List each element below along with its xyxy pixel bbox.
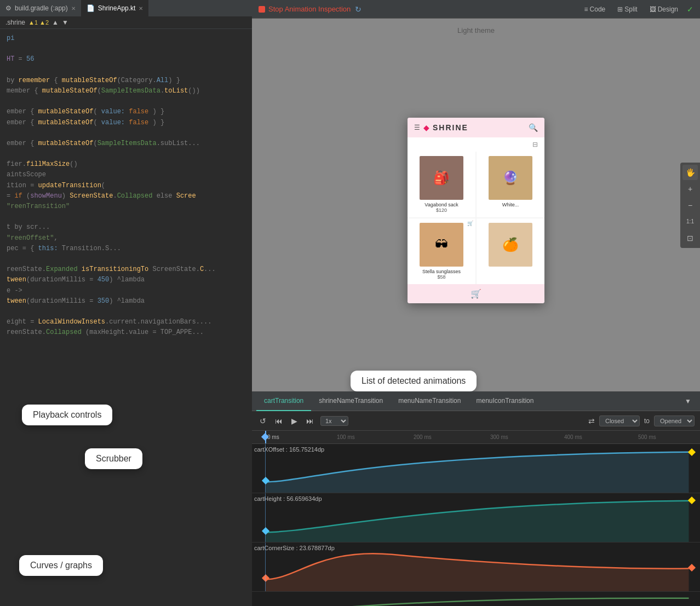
- play-button[interactable]: ▶: [289, 415, 300, 426]
- code-line: tween(durationMillis = 350) ^lambda: [0, 296, 252, 307]
- more-tabs-button[interactable]: ▼: [680, 397, 696, 405]
- track-cart-x-offset: cartXOffset : 165.75214dp: [252, 444, 700, 493]
- tab-gradle[interactable]: ⚙ build.gradle (:app) ✕: [0, 0, 81, 16]
- track-3-playhead: [265, 542, 266, 591]
- reset-zoom-button[interactable]: 1:1: [682, 214, 698, 229]
- timeline-area[interactable]: 0 ms 100 ms 200 ms 300 ms 400 ms 500 ms …: [252, 431, 700, 606]
- tab-menu-icon-transition[interactable]: menuIconTransition: [468, 391, 541, 411]
- track-1-curve: [252, 444, 700, 493]
- theme-label: Light theme: [457, 26, 495, 34]
- zoom-out-button[interactable]: −: [682, 198, 698, 213]
- toolbar-right: ≡ Code ⊞ Split 🖼 Design ✓: [581, 4, 693, 14]
- breadcrumb-text: .shrine: [5, 19, 25, 26]
- split-icon: ⊞: [617, 5, 623, 13]
- toolbar-left: Stop Animation Inspection ↻: [259, 5, 362, 14]
- time-300ms: 300 ms: [490, 434, 508, 440]
- product-2: 🛒 🕶 Stella sunglasses $58: [408, 218, 475, 284]
- code-line: ember { mutableStateOf( value: false ) }: [0, 107, 252, 117]
- tab-shrine-app[interactable]: 📄 ShrineApp.kt ✕: [81, 0, 149, 16]
- track-2-playhead: [265, 493, 266, 542]
- split-label: Split: [624, 5, 637, 13]
- code-line: eight = LocalWindowInsets.current.naviga…: [0, 317, 252, 327]
- track-4-curve: [252, 592, 700, 606]
- warning-badge: ▲1 ▲2: [28, 19, 49, 26]
- code-line: reenState.Collapsed (maxHeight.value = T…: [0, 327, 252, 338]
- filter-icon: ⊟: [532, 141, 538, 148]
- animation-tabs: cartTransition shrineNameTransition menu…: [252, 391, 700, 411]
- chevron-up-icon[interactable]: ▲: [52, 19, 59, 26]
- cursor-tool-button[interactable]: 🖐: [682, 165, 698, 180]
- shrine-bottom-bar: 🛒: [408, 284, 544, 303]
- shrine-header: ☰ ◆ SHRINE 🔍: [408, 118, 544, 137]
- stop-animation-button[interactable]: Stop Animation Inspection: [259, 5, 351, 13]
- fit-screen-button[interactable]: ⊡: [682, 230, 698, 246]
- product-2-price: $58: [437, 274, 445, 280]
- code-line: e ->: [0, 286, 252, 296]
- cart-transition-label: cartTransition: [264, 397, 303, 405]
- preview-area: Light theme ☰ ◆ SHRINE 🔍 ⊟ 🎒 Vag: [252, 19, 700, 391]
- product-1: 🎒 Vagabond sack $120: [408, 152, 475, 217]
- code-line: by remember { mutableStateOf(Category.Al…: [0, 76, 252, 86]
- code-icon: ≡: [584, 5, 588, 13]
- track-cart-corner-size: cartCornerSize : 23.678877dp: [252, 542, 700, 592]
- shrine-name-label: shrineNameTransition: [319, 397, 383, 405]
- view-code-button[interactable]: ≡ Code: [581, 4, 609, 14]
- track-3-curve: [252, 542, 700, 591]
- code-tabs: ⚙ build.gradle (:app) ✕ 📄 ShrineApp.kt ✕: [0, 0, 252, 16]
- code-line: [0, 96, 252, 107]
- code-line: "reenOffset",: [0, 233, 252, 244]
- code-line: "reenTransition": [0, 201, 252, 212]
- step-forward-button[interactable]: ⏭: [304, 415, 316, 426]
- refresh-icon[interactable]: ↻: [355, 5, 362, 14]
- shrine-logo: SHRINE: [433, 123, 468, 132]
- shrine-tab-close[interactable]: ✕: [139, 5, 143, 11]
- track-1-playhead: [265, 444, 266, 493]
- view-design-button[interactable]: 🖼 Design: [646, 4, 681, 14]
- chevron-down-icon[interactable]: ▼: [62, 19, 68, 26]
- reset-button[interactable]: ↺: [257, 415, 268, 426]
- to-state-select[interactable]: Opened Closed: [654, 415, 695, 426]
- design-icon: 🖼: [650, 5, 656, 13]
- shrine-filter-bar: ⊟: [408, 137, 544, 152]
- track-2-curve: [252, 493, 700, 542]
- menu-icon-label: menuIconTransition: [476, 397, 533, 405]
- code-line: ition = updateTransition(: [0, 181, 252, 191]
- zoom-in-button[interactable]: +: [682, 181, 698, 197]
- design-label: Design: [658, 5, 678, 13]
- speed-select[interactable]: 1x 0.5x 2x: [320, 416, 348, 426]
- from-state-select[interactable]: Closed Opened: [599, 415, 640, 426]
- code-line: pi: [0, 33, 252, 44]
- code-content: pi HT = 56 by remember { mutableStateOf(…: [0, 29, 252, 342]
- step-back-button[interactable]: ⏮: [273, 415, 285, 426]
- stop-label: Stop Animation Inspection: [268, 5, 351, 13]
- time-400ms: 400 ms: [564, 434, 582, 440]
- side-tools: 🖐 + − 1:1 ⊡: [680, 163, 700, 248]
- checkmark-icon: ✓: [687, 5, 693, 14]
- shrine-grid: 🎒 Vagabond sack $120 🔮 White... 🛒 🕶 Stel…: [408, 152, 544, 284]
- track-4: [252, 592, 700, 606]
- view-split-button[interactable]: ⊞ Split: [614, 4, 640, 14]
- menu-name-label: menuNameTransition: [398, 397, 461, 405]
- product-3-image: 🔮: [489, 156, 532, 200]
- code-line: tween(durationMillis = 450) ^lambda: [0, 275, 252, 285]
- list-detected-animations-callout: List of detected animations: [351, 371, 477, 391]
- main-container: ⚙ build.gradle (:app) ✕ 📄 ShrineApp.kt ✕…: [0, 0, 700, 606]
- code-line: [0, 212, 252, 222]
- tab-menu-name-transition[interactable]: menuNameTransition: [391, 391, 468, 411]
- right-panel: Stop Animation Inspection ↻ ≡ Code ⊞ Spl…: [252, 0, 700, 606]
- gradle-tab-close[interactable]: ✕: [71, 5, 76, 11]
- shrine-tab-icon: 📄: [87, 4, 95, 12]
- tab-shrine-name-transition[interactable]: shrineNameTransition: [311, 391, 391, 411]
- time-100ms: 100 ms: [337, 434, 355, 440]
- to-label: to: [644, 417, 650, 425]
- code-line: pec = { this: Transition.S...: [0, 244, 252, 254]
- product-2-name: Stella sunglasses: [422, 269, 461, 274]
- product-3: 🔮 White...: [477, 152, 544, 217]
- product-placeholder: 🍊: [477, 218, 544, 284]
- swap-icon[interactable]: ⇄: [588, 417, 595, 425]
- product-1-name: Vagabond sack: [424, 202, 458, 207]
- time-200ms: 200 ms: [414, 434, 432, 440]
- code-line: [0, 307, 252, 317]
- code-line: member { mutableStateOf(SampleItemsData.…: [0, 86, 252, 96]
- tab-cart-transition[interactable]: cartTransition: [256, 391, 311, 411]
